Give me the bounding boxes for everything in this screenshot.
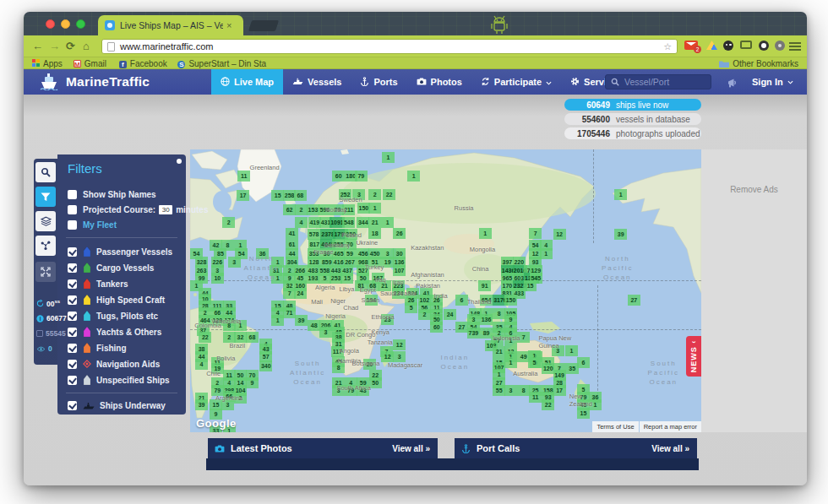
density-cell[interactable]: 344 bbox=[357, 217, 369, 228]
routes-button[interactable] bbox=[35, 236, 56, 256]
density-cell[interactable]: 545 bbox=[530, 273, 542, 284]
vessel-type-passenger-vessels[interactable]: Passenger Vessels bbox=[68, 246, 172, 257]
refresh-countdown[interactable]: 00ss bbox=[36, 299, 60, 308]
bookmark-star-icon[interactable]: ☆ bbox=[663, 41, 672, 52]
checkbox-checked-icon[interactable] bbox=[68, 328, 77, 337]
density-cell[interactable]: 4 bbox=[195, 359, 208, 370]
checkbox-checked-icon[interactable] bbox=[68, 312, 77, 321]
density-cell[interactable]: 3 bbox=[228, 257, 241, 268]
checkbox-checked-icon[interactable] bbox=[68, 360, 77, 369]
density-cell[interactable]: 12 bbox=[393, 339, 406, 350]
news-tab[interactable]: NEWS ‹ bbox=[686, 336, 701, 377]
checkbox-checked-icon[interactable] bbox=[68, 263, 77, 273]
density-cell[interactable]: 150 bbox=[504, 295, 517, 306]
density-cell[interactable]: 17 bbox=[553, 385, 566, 396]
density-cell[interactable]: 2 bbox=[295, 204, 308, 215]
nav-item-photos[interactable]: Photos bbox=[407, 69, 471, 95]
density-cell[interactable]: 548 bbox=[342, 217, 355, 228]
vessel-search-input[interactable] bbox=[624, 77, 700, 87]
vessel-type-high-speed-craft[interactable]: High Speed Craft bbox=[68, 294, 165, 306]
minimize-window-button[interactable] bbox=[61, 19, 70, 29]
nav-item-live-map[interactable]: Live Map bbox=[211, 69, 283, 95]
checkbox-checked-icon[interactable] bbox=[68, 279, 77, 289]
density-cell[interactable]: 26 bbox=[393, 228, 406, 239]
density-cell[interactable]: 35 bbox=[566, 363, 579, 374]
density-cell[interactable]: 60 bbox=[332, 171, 345, 182]
filter-option-projected-course-[interactable]: Projected Course:30minutes bbox=[68, 203, 208, 215]
density-cell[interactable]: 8 bbox=[517, 385, 530, 396]
vessel-type-fishing[interactable]: Fishing bbox=[68, 342, 127, 354]
checkbox-icon[interactable] bbox=[68, 205, 77, 214]
vessel-search[interactable] bbox=[605, 74, 711, 89]
filter-ships-underway[interactable]: Ships Underway bbox=[68, 399, 166, 411]
density-cell[interactable]: 15 bbox=[271, 190, 284, 201]
close-tab-icon[interactable]: × bbox=[226, 20, 232, 30]
density-cell[interactable]: 24 bbox=[294, 288, 307, 299]
extension-icon-gray[interactable] bbox=[775, 41, 785, 51]
density-cell[interactable]: 2 bbox=[368, 189, 381, 200]
density-cell[interactable]: 193 bbox=[307, 273, 319, 284]
cast-extension-icon[interactable] bbox=[740, 41, 752, 49]
density-cell[interactable]: 22 bbox=[542, 399, 554, 410]
density-cell[interactable]: 39 bbox=[295, 315, 308, 326]
density-cell[interactable]: 48 bbox=[308, 320, 320, 331]
browser-tab[interactable]: Live Ships Map – AIS – Ves × bbox=[98, 15, 243, 35]
bookmark-apps[interactable]: Apps bbox=[32, 58, 63, 68]
density-cell[interactable]: 11 bbox=[237, 171, 250, 182]
reload-button[interactable]: ⟳ bbox=[66, 40, 75, 52]
owl-extension-icon[interactable] bbox=[723, 41, 733, 51]
sign-in-button[interactable]: Sign In bbox=[752, 69, 793, 95]
density-cell[interactable]: 739 bbox=[467, 328, 480, 339]
address-bar[interactable]: www.marinetraffic.com ☆ bbox=[101, 39, 678, 54]
density-cell[interactable]: 3 bbox=[319, 327, 332, 338]
checkbox-checked-icon[interactable] bbox=[68, 344, 77, 353]
drive-extension-icon[interactable] bbox=[706, 41, 717, 50]
density-cell[interactable]: 1 bbox=[614, 189, 627, 200]
density-cell[interactable]: 3 bbox=[504, 385, 517, 396]
checkbox-checked-icon[interactable] bbox=[68, 376, 77, 385]
other-bookmarks-button[interactable]: Other Bookmarks bbox=[719, 58, 798, 68]
density-cell[interactable]: 21 bbox=[493, 346, 505, 357]
zoom-window-button[interactable] bbox=[76, 19, 85, 29]
density-cell[interactable]: 1 bbox=[407, 171, 420, 182]
vessel-type-tugs-pilots-etc[interactable]: Tugs, Pilots etc bbox=[68, 310, 158, 322]
new-tab-button[interactable] bbox=[248, 20, 279, 31]
forward-button[interactable]: → bbox=[49, 40, 60, 52]
home-button[interactable]: ⌂ bbox=[83, 40, 90, 52]
checkbox-icon[interactable] bbox=[68, 190, 77, 199]
density-cell[interactable]: 5 bbox=[405, 302, 417, 313]
nav-item-vessels[interactable]: Vessels bbox=[283, 69, 351, 95]
density-cell[interactable]: 21 bbox=[368, 217, 381, 228]
live-map[interactable]: 1117601802523242815485543632822632633991… bbox=[190, 149, 701, 432]
course-minutes-input[interactable]: 30 bbox=[159, 205, 172, 214]
map-search-button[interactable] bbox=[35, 162, 56, 182]
url-text[interactable]: www.marinetraffic.com bbox=[120, 41, 663, 51]
density-cell[interactable]: 18 bbox=[368, 228, 381, 239]
bookmark-gmail[interactable]: MGmail bbox=[74, 58, 106, 68]
density-cell[interactable]: 39 bbox=[195, 399, 208, 410]
view-all-link[interactable]: View all » bbox=[392, 444, 430, 453]
density-cell[interactable]: 68 bbox=[246, 332, 259, 343]
checkbox-checked-icon[interactable] bbox=[68, 295, 77, 305]
density-cell[interactable]: 27 bbox=[628, 295, 640, 306]
brand[interactable]: MarineTraffic bbox=[39, 73, 150, 90]
bookmark-facebook[interactable]: fFacebook bbox=[119, 58, 167, 68]
density-cell[interactable]: 11 bbox=[529, 392, 542, 403]
layers-button[interactable] bbox=[35, 211, 56, 231]
close-window-button[interactable] bbox=[46, 19, 55, 29]
density-cell[interactable]: 71 bbox=[283, 307, 296, 318]
density-cell[interactable]: 79 bbox=[355, 171, 368, 182]
announcements-icon[interactable] bbox=[727, 76, 738, 91]
density-cell[interactable]: 1 bbox=[382, 152, 395, 163]
density-cell[interactable]: 1 bbox=[479, 228, 492, 239]
density-cell[interactable]: 4 bbox=[295, 217, 308, 228]
vessel-type-cargo-vessels[interactable]: Cargo Vessels bbox=[68, 262, 154, 274]
remove-ads-link[interactable]: Remove Ads bbox=[701, 185, 807, 194]
chrome-menu-button[interactable] bbox=[789, 42, 801, 52]
checkbox-checked-icon[interactable] bbox=[68, 247, 77, 257]
density-cell[interactable]: 62 bbox=[283, 204, 296, 215]
density-cell[interactable]: 50 bbox=[369, 377, 382, 388]
density-cell[interactable]: 136 bbox=[480, 314, 493, 325]
density-cell[interactable]: 91 bbox=[478, 280, 491, 291]
filter-option-show-ship-names[interactable]: Show Ship Names bbox=[68, 188, 156, 200]
